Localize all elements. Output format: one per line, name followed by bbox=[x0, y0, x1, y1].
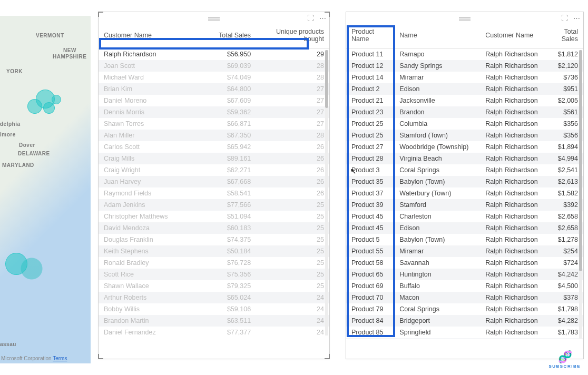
cell-customer: Ralph Richardson bbox=[480, 245, 543, 257]
cell-sales: $1,812 bbox=[543, 48, 583, 61]
cell-product: Product 55 bbox=[346, 245, 394, 257]
table-row[interactable]: Daniel Fernandez$77,37724 bbox=[99, 327, 329, 335]
cell-sales: $65,024 bbox=[189, 292, 256, 303]
resize-handle[interactable] bbox=[98, 12, 103, 17]
table-row[interactable]: Craig Wright$62,27126 bbox=[99, 164, 329, 176]
cell-location: Savannah bbox=[394, 257, 480, 269]
table-row[interactable]: Product 45EdisonRalph Richardson$2,658 bbox=[346, 222, 583, 234]
cell-customer: Shawn Wallace bbox=[99, 280, 189, 292]
scrollbar-thumb[interactable] bbox=[579, 50, 582, 271]
col-total-sales[interactable]: Total Sales bbox=[189, 24, 256, 48]
table-row[interactable]: Alan Miller$67,35028 bbox=[99, 130, 329, 141]
cell-location: Babylon (Town) bbox=[394, 234, 480, 245]
cell-product: Product 65 bbox=[346, 269, 394, 280]
table-row[interactable]: Product 84BridgeportRalph Richardson$4,2… bbox=[346, 315, 583, 327]
col-location-name[interactable]: Name bbox=[394, 24, 480, 48]
table-row[interactable]: Craig Mills$89,16126 bbox=[99, 153, 329, 164]
table-row[interactable]: Shawn Torres$66,87127 bbox=[99, 118, 329, 130]
cell-location: Miramar bbox=[394, 245, 480, 257]
table-row[interactable]: Product 85SpringfieldRalph Richardson$1,… bbox=[346, 327, 583, 338]
table-row[interactable]: Daniel Moreno$67,60927 bbox=[99, 95, 329, 106]
table-row[interactable]: Bobby Willis$59,10624 bbox=[99, 303, 329, 315]
table-row[interactable]: Adam Jenkins$77,56625 bbox=[99, 199, 329, 211]
map-bubble[interactable] bbox=[5, 253, 27, 275]
col-unique-products[interactable]: Unique products bought bbox=[256, 24, 329, 48]
col-customer-name[interactable]: Customer Name bbox=[99, 24, 189, 48]
table-row[interactable]: Product 25Stamford (Town)Ralph Richardso… bbox=[346, 130, 583, 141]
map-bubble[interactable] bbox=[43, 102, 55, 114]
col-total-sales[interactable]: Total Sales bbox=[543, 24, 583, 48]
table-row[interactable]: Joan Scott$69,03928 bbox=[99, 60, 329, 72]
table-row[interactable]: Product 39StamfordRalph Richardson$392 bbox=[346, 199, 583, 211]
table-row[interactable]: Arthur Roberts$65,02424 bbox=[99, 292, 329, 303]
table-row[interactable]: Product 90West Palm BeachRalph Richardso… bbox=[346, 338, 583, 339]
table-row[interactable]: Juan Harvey$67,66826 bbox=[99, 176, 329, 188]
table-row[interactable]: Product 37Waterbury (Town)Ralph Richards… bbox=[346, 188, 583, 199]
table-row[interactable]: Product 27Woodbridge (Township)Ralph Ric… bbox=[346, 141, 583, 153]
drag-grip-icon[interactable] bbox=[208, 17, 220, 18]
table-row[interactable]: David Mendoza$60,18325 bbox=[99, 222, 329, 234]
resize-handle[interactable] bbox=[325, 354, 330, 359]
table-row[interactable]: Michael Ward$74,04928 bbox=[99, 72, 329, 83]
table-row[interactable]: Product 65HuntingtonRalph Richardson$4,2… bbox=[346, 269, 583, 280]
resize-handle[interactable] bbox=[325, 12, 330, 17]
table-row[interactable]: Brandon Martin$63,51124 bbox=[99, 315, 329, 327]
resize-handle[interactable] bbox=[98, 354, 103, 359]
table-row[interactable]: Dennis Morris$59,36227 bbox=[99, 106, 329, 118]
table-row[interactable]: Douglas Franklin$74,37525 bbox=[99, 234, 329, 245]
table-row[interactable]: Product 21JacksonvilleRalph Richardson$2… bbox=[346, 95, 583, 106]
table-row[interactable]: Product 55MiramarRalph Richardson$254 bbox=[346, 245, 583, 257]
table-row[interactable]: Product 2EdisonRalph Richardson$951 bbox=[346, 83, 583, 95]
cell-location: Coral Springs bbox=[394, 164, 480, 176]
cell-sales: $2,541 bbox=[543, 164, 583, 176]
table-row[interactable]: Product 14MiramarRalph Richardson$736 bbox=[346, 72, 583, 83]
cell-unique: 25 bbox=[256, 245, 329, 257]
map-terms-link[interactable]: Terms bbox=[53, 356, 67, 361]
table-row[interactable]: Product 69BuffaloRalph Richardson$4,500 bbox=[346, 280, 583, 292]
cell-product: Product 84 bbox=[346, 315, 394, 327]
table-row[interactable]: Brian Kim$64,80027 bbox=[99, 83, 329, 95]
cell-customer: Daniel Moreno bbox=[99, 95, 189, 106]
table-row[interactable]: Shawn Wallace$79,32525 bbox=[99, 280, 329, 292]
table-row[interactable]: Product 3Coral SpringsRalph Richardson$2… bbox=[346, 164, 583, 176]
table-row[interactable]: Product 25ColumbiaRalph Richardson$356 bbox=[346, 118, 583, 130]
table-row[interactable]: Product 58SavannahRalph Richardson$724 bbox=[346, 257, 583, 269]
cell-location: Waterbury (Town) bbox=[394, 188, 480, 199]
focus-mode-icon[interactable]: ⛶ bbox=[307, 14, 314, 22]
table-row[interactable]: Product 70MaconRalph Richardson$378 bbox=[346, 292, 583, 303]
table-row[interactable]: Christopher Matthews$51,09425 bbox=[99, 211, 329, 222]
table-row[interactable]: Product 11RamapoRalph Richardson$1,812 bbox=[346, 48, 583, 61]
table-row[interactable]: Product 28Virginia BeachRalph Richardson… bbox=[346, 153, 583, 164]
table-row[interactable]: Product 12Sandy SpringsRalph Richardson$… bbox=[346, 60, 583, 72]
map-region-label: NEW bbox=[63, 47, 76, 53]
cell-sales: $75,356 bbox=[189, 269, 256, 280]
map-visual[interactable]: VERMONTNEWHAMPSHIREYORKdelphiaDoverDELAW… bbox=[0, 16, 91, 363]
table-row[interactable]: Carlos Scott$65,94226 bbox=[99, 141, 329, 153]
table-row[interactable]: Ralph Richardson$56,95029 bbox=[99, 48, 329, 61]
col-product-name[interactable]: Product Name bbox=[346, 24, 394, 48]
table-row[interactable]: Product 79Coral SpringsRalph Richardson$… bbox=[346, 303, 583, 315]
cell-customer: Craig Mills bbox=[99, 153, 189, 164]
customer-table-visual[interactable]: ⛶ ⋯ Customer Name Total Sales Unique pro… bbox=[98, 12, 330, 359]
more-options-icon[interactable]: ⋯ bbox=[573, 14, 580, 22]
table-row[interactable]: Keith Stephens$50,18425 bbox=[99, 245, 329, 257]
table-row[interactable]: Product 5Babylon (Town)Ralph Richardson$… bbox=[346, 234, 583, 245]
subscribe-label[interactable]: SUBSCRIBE bbox=[548, 364, 581, 369]
table-row[interactable]: Product 45CharlestonRalph Richardson$2,6… bbox=[346, 211, 583, 222]
table-row[interactable]: Ronald Bradley$76,72825 bbox=[99, 257, 329, 269]
col-customer-name[interactable]: Customer Name bbox=[480, 24, 543, 48]
focus-mode-icon[interactable]: ⛶ bbox=[561, 14, 568, 22]
table-row[interactable]: Scott Rice$75,35625 bbox=[99, 269, 329, 280]
vertical-scrollbar[interactable] bbox=[325, 50, 328, 335]
product-table-visual[interactable]: ⛶ ⋯ Product Name Name Customer Name Tota… bbox=[346, 12, 584, 359]
vertical-scrollbar[interactable] bbox=[579, 50, 582, 339]
scrollbar-thumb[interactable] bbox=[325, 50, 328, 108]
map-bubble[interactable] bbox=[52, 95, 61, 104]
table-row[interactable]: Raymond Fields$58,54126 bbox=[99, 188, 329, 199]
table-row[interactable]: Product 23BrandonRalph Richardson$561 bbox=[346, 106, 583, 118]
map-bubble[interactable] bbox=[27, 99, 42, 114]
table-row[interactable]: Product 35Babylon (Town)Ralph Richardson… bbox=[346, 176, 583, 188]
drag-grip-icon[interactable] bbox=[459, 17, 471, 18]
cell-sales: $69,039 bbox=[189, 60, 256, 72]
cell-sales: $67,350 bbox=[189, 130, 256, 141]
